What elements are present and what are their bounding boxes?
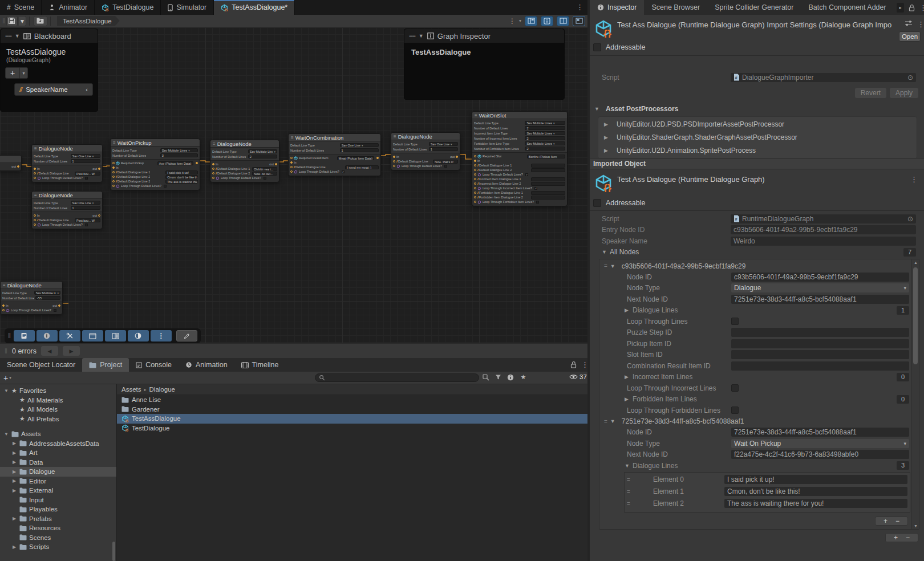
node-collapse-icon[interactable]: ≡ xyxy=(475,113,477,118)
input-port[interactable] xyxy=(112,180,115,182)
text-field[interactable] xyxy=(531,191,565,195)
inspector-tab-inspector[interactable]: Inspector xyxy=(590,0,644,15)
foldout-triangle-icon[interactable]: ▶ xyxy=(625,307,633,313)
input-port[interactable] xyxy=(34,177,36,179)
addressable-checkbox[interactable] xyxy=(593,199,601,207)
doc-tab-testdialogue[interactable]: {}TestDialogue xyxy=(95,0,161,15)
input-port[interactable] xyxy=(474,155,476,157)
input-port[interactable] xyxy=(34,223,36,226)
number-field[interactable]: 2 xyxy=(525,126,565,130)
node-collapse-icon[interactable]: ≡ xyxy=(213,141,216,147)
graph-node-dialoguenode[interactable]: ≡DialogueNodeDefault Line TypeSay Multip… xyxy=(210,140,279,182)
object-picker-icon[interactable]: ⊙ xyxy=(907,214,913,223)
doc-tab-animator[interactable]: Animator xyxy=(42,0,95,15)
tree-item-scripts[interactable]: ▶Scripts xyxy=(0,542,116,552)
text-field[interactable]: Psst boy... W xyxy=(75,172,100,176)
tree-item-art[interactable]: ▶Art xyxy=(0,448,116,458)
enum-dropdown[interactable]: Say One Line▾ xyxy=(340,143,379,147)
favorites-star-icon[interactable]: ★ xyxy=(520,373,527,381)
enum-dropdown[interactable]: Say Multiple Lines▾ xyxy=(160,148,198,152)
input-port[interactable] xyxy=(474,164,476,166)
layout-toggle-button[interactable] xyxy=(525,16,537,26)
asset-item-testdialogue[interactable]: {}TestDialogue xyxy=(117,424,587,433)
info-icon[interactable] xyxy=(507,374,514,381)
input-port[interactable] xyxy=(290,157,293,159)
graph-node-waitonslot[interactable]: ≡WaitOnSlotDefault Line TypeSay Multiple… xyxy=(472,111,568,206)
tree-item-prefabs[interactable]: ▶Prefabs xyxy=(0,514,116,524)
text-field[interactable]: I need my meat :) xyxy=(345,165,379,169)
node-entry-header[interactable]: =▼7251e73e-38d3-44ff-a8c5-bcf54088aaf1 xyxy=(599,416,911,427)
node-entry-header[interactable]: =▼c93b5606-401f-49a2-99b5-9ecbf1fa9c29 xyxy=(599,261,911,271)
open-button[interactable]: Open xyxy=(899,31,921,42)
checkbox[interactable] xyxy=(534,187,537,190)
output-port[interactable] xyxy=(17,165,19,168)
foldout-triangle-icon[interactable]: ▶ xyxy=(625,396,633,402)
text-field[interactable] xyxy=(731,350,909,359)
add-node-button[interactable]: + xyxy=(894,534,898,542)
asset-item-gardener[interactable]: Gardener xyxy=(117,405,587,414)
presets-icon[interactable] xyxy=(905,20,913,29)
text-field[interactable]: Cmon, don't be like this! xyxy=(165,175,198,179)
tree-item-all-materials[interactable]: ★All Materials xyxy=(0,396,116,405)
foldout-triangle-icon[interactable]: ▼ xyxy=(625,463,633,469)
node-title-bar[interactable]: ≡WaitOnCombination xyxy=(289,134,380,141)
inspector-kebab-icon[interactable]: ⋮ xyxy=(919,3,924,12)
checkbox[interactable] xyxy=(731,318,739,325)
foldout-triangle-icon[interactable]: ▶ xyxy=(625,374,633,380)
foldout-arrow-icon[interactable]: ▼ xyxy=(3,432,9,437)
input-port[interactable] xyxy=(474,178,476,180)
collapse-triangle-icon[interactable]: ▼ xyxy=(419,33,424,39)
addressable-checkbox[interactable] xyxy=(593,43,601,51)
input-port[interactable] xyxy=(2,309,5,311)
text-field[interactable] xyxy=(531,177,565,181)
remove-element-button[interactable]: − xyxy=(895,517,899,525)
number-field[interactable]: 3 xyxy=(160,153,198,157)
all-nodes-foldout[interactable]: ▼All Nodes7 xyxy=(602,247,916,258)
output-port[interactable] xyxy=(98,214,100,217)
foldout-triangle-icon[interactable]: ▼ xyxy=(610,263,618,269)
number-field[interactable]: 2 xyxy=(525,136,565,140)
variable-speakername[interactable]: // SpeakerName ‹ xyxy=(14,83,93,96)
input-port[interactable] xyxy=(290,161,293,164)
tree-item-data[interactable]: ▶Data xyxy=(0,458,116,467)
input-port[interactable] xyxy=(474,201,476,203)
tree-item-all-models[interactable]: ★All Models xyxy=(0,405,116,414)
contrast-button[interactable] xyxy=(128,330,149,342)
text-field[interactable] xyxy=(531,182,565,186)
add-variable-caret[interactable]: ▾ xyxy=(20,67,28,79)
input-port[interactable] xyxy=(290,170,293,173)
handle-icon[interactable]: ‖ xyxy=(5,347,7,355)
enum-dropdown[interactable]: Say Multiple Lines▾ xyxy=(248,149,277,153)
foldout-arrow-icon[interactable]: ▶ xyxy=(11,450,17,456)
input-port[interactable] xyxy=(112,185,115,187)
input-port[interactable] xyxy=(34,219,36,221)
tools-button[interactable] xyxy=(59,330,80,342)
scroll-thumb[interactable] xyxy=(913,267,918,364)
scroll-up-icon[interactable]: ▲ xyxy=(912,261,919,265)
node-title-bar[interactable]: ≡DialogueNode xyxy=(391,133,460,140)
tree-item-scenes[interactable]: Scenes xyxy=(0,533,116,543)
element-field[interactable]: The ass is waiting there for you! xyxy=(724,499,907,508)
node-collapse-icon[interactable]: ≡ xyxy=(394,134,396,139)
tree-scrollbar[interactable] xyxy=(112,542,115,561)
panel-tab-scene-object-locator[interactable]: Scene Object Locator xyxy=(0,358,82,372)
text-field[interactable]: Psst boy... W xyxy=(75,218,100,222)
tree-item-addressableassetsdata[interactable]: ▶AddressableAssetsData xyxy=(0,439,116,449)
panel-tab-project[interactable]: Project xyxy=(82,358,129,372)
checkbox[interactable] xyxy=(731,406,739,414)
tree-item-editor[interactable]: ▶Editor xyxy=(0,477,116,486)
save-dropdown-button[interactable]: ▾ xyxy=(19,16,26,26)
tree-item-dialogue[interactable]: ▶Dialogue xyxy=(0,467,116,477)
next-error-button[interactable]: ▶ xyxy=(63,346,80,356)
input-port[interactable] xyxy=(474,169,476,171)
text-field[interactable]: Ohhhh yea i... xyxy=(252,167,277,171)
doc-tab-simulator[interactable]: Simulator xyxy=(161,0,214,15)
revert-button[interactable]: Revert xyxy=(855,88,886,98)
foldout-arrow-icon[interactable]: ▶ xyxy=(11,478,17,483)
graph-canvas[interactable]: ≡StartNodeSpeakerNameout≡DialogueNodeDef… xyxy=(0,27,587,343)
text-field[interactable]: f22a475e-4c2f-41c6-9b73-6a83498abfe0 xyxy=(731,450,909,459)
foldout-triangle-icon[interactable]: ▶ xyxy=(604,135,612,140)
node-collapse-icon[interactable]: ≡ xyxy=(291,135,294,140)
postprocessor-row[interactable]: ▶UnityEditor.ShaderGraph.ShaderGraphAsse… xyxy=(598,131,917,144)
input-port[interactable] xyxy=(212,163,214,165)
